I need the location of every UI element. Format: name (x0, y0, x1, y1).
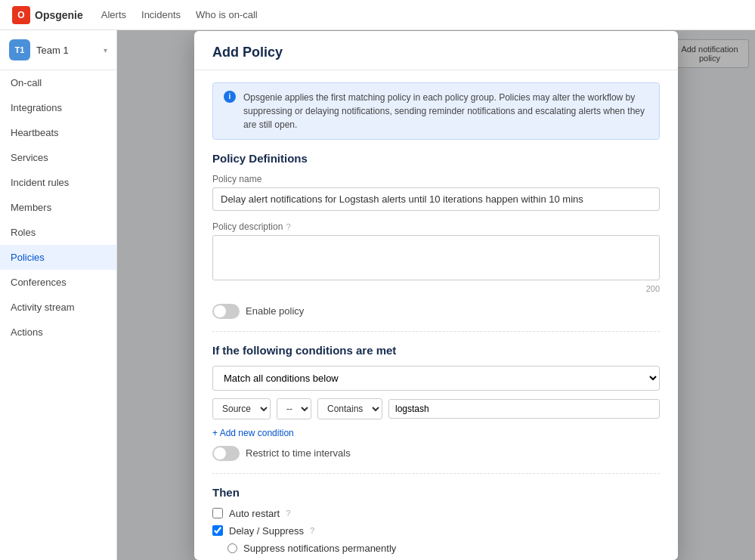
conditions-title: If the following conditions are met (212, 344, 660, 357)
restrict-time-row: Restrict to time intervals (212, 446, 660, 461)
policy-description-textarea[interactable] (212, 235, 660, 280)
toggle-knob (214, 305, 226, 317)
policy-name-label: Policy name (212, 174, 660, 184)
sidebar-item-services[interactable]: Services (0, 145, 116, 170)
policy-name-group: Policy name (212, 174, 660, 211)
auto-restart-label: Auto restart (229, 508, 280, 519)
condition-row: Source -- Contains (212, 398, 660, 419)
contains-select[interactable]: Contains (317, 398, 382, 419)
add-policy-modal: Add Policy i Opsgenie applies the first … (194, 31, 678, 560)
sidebar: T1 Team 1 ▾ On-call Integrations Heartbe… (0, 30, 117, 560)
policy-name-input[interactable] (212, 187, 660, 211)
match-select-row: Match all conditions below (212, 366, 660, 391)
add-condition-link[interactable]: + Add new condition (212, 428, 294, 438)
add-condition-row: + Add new condition (212, 427, 660, 438)
nav-incidents[interactable]: Incidents (141, 6, 181, 23)
sidebar-item-members[interactable]: Members (0, 195, 116, 220)
policy-description-group: Policy description ? 200 (212, 221, 660, 293)
suppress-perm-radio[interactable] (227, 543, 237, 553)
content-area: Add Policy i Opsgenie applies the first … (117, 30, 755, 560)
match-condition-select[interactable]: Match all conditions below (212, 366, 660, 391)
suppress-perm-label: Suppress notifications permanently (243, 543, 396, 554)
main-layout: T1 Team 1 ▾ On-call Integrations Heartbe… (0, 30, 755, 560)
source-select[interactable]: Source (212, 398, 271, 419)
team-name: Team 1 (36, 45, 69, 56)
sidebar-item-activity-stream[interactable]: Activity stream (0, 295, 116, 320)
info-icon: i (224, 91, 236, 103)
divider-1 (212, 331, 660, 332)
modal-body: i Opsgenie applies the first matching po… (194, 70, 678, 560)
enable-policy-row: Enable policy (212, 304, 660, 319)
modal-title: Add Policy (212, 45, 660, 60)
enable-policy-toggle[interactable] (212, 304, 240, 319)
nav-who[interactable]: Who is on-call (196, 6, 258, 23)
delay-suppress-row: Delay / Suppress ? (212, 525, 660, 537)
condition-value-input[interactable] (388, 399, 660, 419)
policy-description-label: Policy description ? (212, 221, 660, 232)
divider-2 (212, 473, 660, 474)
info-banner: i Opsgenie applies the first matching po… (212, 82, 660, 140)
enable-policy-label: Enable policy (246, 305, 304, 317)
delay-suppress-help-icon: ? (310, 526, 314, 535)
nav-links: Alerts Incidents Who is on-call (101, 6, 258, 23)
auto-restart-help-icon: ? (286, 509, 290, 518)
logo-icon: O (12, 6, 30, 24)
policy-definitions-title: Policy Definitions (212, 152, 660, 165)
delay-suppress-checkbox[interactable] (212, 525, 223, 536)
app-name: Opsgenie (35, 9, 83, 21)
then-title: Then (212, 486, 660, 499)
sidebar-item-incident-rules[interactable]: Incident rules (0, 170, 116, 195)
chevron-down-icon: ▾ (104, 46, 107, 54)
operator-select[interactable]: -- (277, 398, 311, 419)
sidebar-item-integrations[interactable]: Integrations (0, 95, 116, 120)
team-selector[interactable]: T1 Team 1 ▾ (0, 30, 116, 70)
info-text: Opsgenie applies the first matching poli… (243, 91, 648, 131)
help-icon: ? (286, 222, 290, 231)
modal-overlay: Add Policy i Opsgenie applies the first … (117, 30, 755, 560)
modal-header: Add Policy (194, 31, 678, 70)
char-count: 200 (212, 284, 660, 293)
delay-suppress-label: Delay / Suppress (229, 525, 304, 537)
restrict-knob (214, 447, 226, 459)
sidebar-item-policies[interactable]: Policies (0, 245, 116, 270)
top-nav: O Opsgenie Alerts Incidents Who is on-ca… (0, 0, 755, 30)
auto-restart-checkbox[interactable] (212, 508, 223, 518)
restrict-time-toggle[interactable] (212, 446, 240, 461)
suppress-perm-row: Suppress notifications permanently (212, 543, 660, 554)
team-avatar: T1 (9, 39, 30, 60)
sidebar-item-roles[interactable]: Roles (0, 220, 116, 245)
sidebar-item-oncall[interactable]: On-call (0, 70, 116, 95)
logo: O Opsgenie (12, 6, 83, 24)
sidebar-item-heartbeats[interactable]: Heartbeats (0, 120, 116, 145)
sidebar-item-conferences[interactable]: Conferences (0, 270, 116, 295)
auto-restart-row: Auto restart ? (212, 508, 660, 519)
restrict-time-label: Restrict to time intervals (246, 447, 351, 459)
sidebar-item-actions[interactable]: Actions (0, 320, 116, 345)
nav-alerts[interactable]: Alerts (101, 6, 126, 23)
